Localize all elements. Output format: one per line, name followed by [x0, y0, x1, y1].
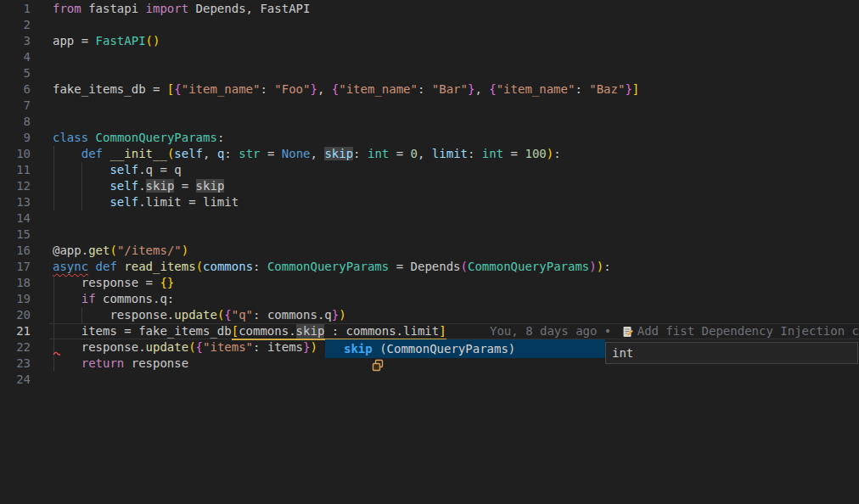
token: items = fake_items_db	[53, 324, 232, 338]
token: .limit = limit	[138, 195, 239, 209]
token: ,	[474, 82, 489, 96]
blame-prefix: You, 8 days ago •	[490, 323, 619, 339]
suggest-doc-text: int	[612, 346, 633, 360]
token: None	[282, 147, 311, 160]
code-line[interactable]: 9class CommonQueryParams:	[0, 130, 859, 146]
code-text: self.q = q	[53, 162, 182, 178]
token: (	[188, 340, 195, 354]
token: app =	[53, 34, 96, 48]
code-line[interactable]: 19 if commons.q:	[0, 291, 859, 307]
line-number[interactable]: 24	[0, 372, 31, 388]
token: def	[96, 260, 117, 273]
memo-emoji-icon	[622, 326, 634, 338]
token: self	[109, 195, 138, 209]
token: }	[310, 82, 317, 96]
token: commons.	[239, 324, 295, 340]
line-number[interactable]: 5	[0, 65, 31, 81]
token: }	[625, 82, 632, 96]
token: ,	[203, 147, 217, 160]
token: class	[53, 131, 88, 144]
code-line[interactable]: 17async def read_items(commons: CommonQu…	[0, 259, 859, 275]
token: :	[224, 147, 239, 160]
line-number[interactable]: 14	[0, 210, 31, 227]
code-text: from fastapi import Depends, FastAPI	[53, 1, 310, 17]
code-line[interactable]: 5	[0, 65, 859, 81]
line-number[interactable]: 13	[0, 194, 31, 210]
token: : commons.limit	[324, 324, 439, 340]
line-number[interactable]: 11	[0, 162, 31, 178]
code-line[interactable]: 1from fastapi import Depends, FastAPI	[0, 1, 859, 17]
code-line[interactable]: 3app = FastAPI()	[0, 33, 859, 49]
code-line[interactable]: 2	[0, 17, 859, 33]
code-line[interactable]: 4	[0, 49, 859, 65]
token: :	[260, 82, 274, 96]
token: get	[88, 244, 109, 257]
code-line[interactable]: 8	[0, 114, 859, 130]
token: str	[239, 147, 260, 160]
token: CommonQueryParams	[468, 260, 589, 273]
line-number[interactable]: 10	[0, 146, 31, 162]
line-number[interactable]: 18	[0, 275, 31, 291]
token: :	[553, 147, 560, 160]
code-line[interactable]: 14	[0, 210, 859, 227]
line-number[interactable]: 7	[0, 98, 31, 114]
token: (	[109, 244, 116, 257]
token: (	[461, 260, 468, 273]
line-number[interactable]: 19	[0, 291, 31, 307]
line-number[interactable]: 21	[0, 323, 31, 339]
line-number[interactable]: 22	[0, 339, 31, 356]
code-line[interactable]: 16@app.get("/items/")	[0, 243, 859, 259]
token: :	[217, 131, 224, 144]
code-line[interactable]: 11 self.q = q	[0, 162, 859, 178]
token: :	[253, 260, 267, 273]
code-text: if commons.q:	[53, 291, 174, 307]
token: update	[174, 308, 217, 322]
token: :	[575, 82, 589, 96]
code-line[interactable]: 24	[0, 372, 859, 388]
token: import	[146, 2, 189, 15]
token: )	[597, 260, 604, 273]
code-line[interactable]: 15	[0, 227, 859, 243]
token: self	[174, 147, 203, 160]
code-text: items = fake_items_db[commons.skip : com…	[53, 323, 446, 339]
line-number[interactable]: 2	[0, 17, 31, 33]
token: :	[604, 260, 610, 273]
token: {	[174, 82, 181, 96]
line-number[interactable]: 12	[0, 178, 31, 194]
code-line[interactable]: 10 def __init__(self, q: str = None, ski…	[0, 146, 859, 162]
code-line[interactable]: 12 self.skip = skip	[0, 178, 859, 194]
code-line[interactable]: 18 response = {}	[0, 275, 859, 291]
line-number[interactable]: 8	[0, 114, 31, 130]
code-line[interactable]: 13 self.limit = limit	[0, 194, 859, 210]
suggest-label: skip	[344, 341, 373, 357]
git-blame-annotation[interactable]: You, 8 days ago • Add fist Dependency In…	[490, 323, 859, 339]
token: }	[303, 340, 310, 354]
token: int	[368, 147, 389, 160]
line-number[interactable]: 9	[0, 130, 31, 146]
line-number[interactable]: 6	[0, 81, 31, 98]
code-text: def __init__(self, q: str = None, skip: …	[53, 146, 561, 162]
token: .q = q	[138, 163, 182, 176]
line-number[interactable]: 23	[0, 356, 31, 372]
token: from	[53, 2, 81, 15]
token: "item_name"	[339, 82, 418, 96]
suggest-item-skip[interactable]: skip (CommonQueryParams)	[325, 339, 605, 358]
line-number[interactable]: 1	[0, 1, 31, 17]
line-number[interactable]: 17	[0, 259, 31, 275]
token	[53, 292, 81, 305]
line-number[interactable]: 3	[0, 33, 31, 49]
token: return	[81, 356, 125, 370]
line-number[interactable]: 20	[0, 307, 31, 323]
code-line[interactable]: 6fake_items_db = [{"item_name": "Foo"}, …	[0, 81, 859, 98]
line-number[interactable]: 4	[0, 49, 31, 65]
code-line[interactable]: 20 response.update({"q": commons.q})	[0, 307, 859, 323]
line-number[interactable]: 16	[0, 243, 31, 259]
symbol-field-icon	[328, 342, 341, 356]
token: ]	[439, 324, 446, 340]
code-line[interactable]: 7	[0, 98, 859, 114]
token: )	[339, 308, 345, 322]
suggest-detail: (CommonQueryParams)	[373, 341, 516, 357]
code-editor[interactable]: 1from fastapi import Depends, FastAPI23a…	[0, 0, 859, 504]
token	[88, 131, 95, 144]
line-number[interactable]: 15	[0, 227, 31, 243]
